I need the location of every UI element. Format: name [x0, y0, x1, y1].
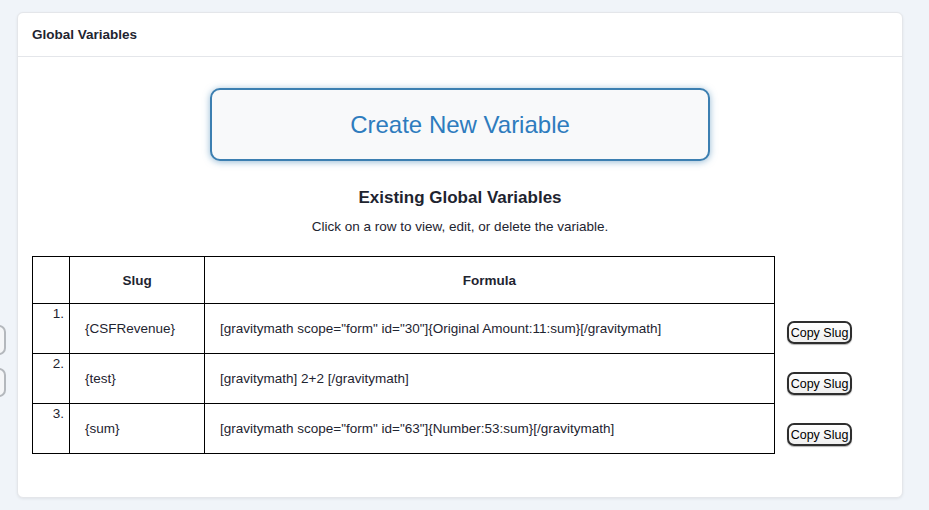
slug-cell: {sum} [70, 404, 205, 454]
offscreen-button-edge [0, 368, 6, 397]
copy-slug-button[interactable]: Copy Slug [787, 423, 852, 446]
column-header-slug: Slug [70, 257, 205, 304]
column-header-number [33, 257, 70, 304]
table-hint-text: Click on a row to view, edit, or delete … [18, 219, 902, 234]
row-number-cell: 1. [33, 304, 70, 354]
table-header-row: Slug Formula [33, 257, 775, 304]
formula-cell: [gravitymath] 2+2 [/gravitymath] [205, 354, 775, 404]
formula-cell: [gravitymath scope="form" id="63"]{Numbe… [205, 404, 775, 454]
global-variables-panel: Global Variables Create New Variable Exi… [17, 12, 903, 498]
copy-slug-button[interactable]: Copy Slug [787, 372, 852, 395]
row-number-cell: 3. [33, 404, 70, 454]
panel-title: Global Variables [32, 27, 137, 42]
variables-table: Slug Formula 1. {CSFRevenue} [gravitymat… [32, 256, 775, 454]
row-number-cell: 2. [33, 354, 70, 404]
create-new-variable-button[interactable]: Create New Variable [210, 88, 710, 161]
table-row[interactable]: 1. {CSFRevenue} [gravitymath scope="form… [33, 304, 775, 354]
column-header-formula: Formula [205, 257, 775, 304]
offscreen-button-edge [0, 325, 6, 355]
variables-table-wrapper: Slug Formula 1. {CSFRevenue} [gravitymat… [32, 256, 902, 454]
slug-cell: {test} [70, 354, 205, 404]
formula-cell: [gravitymath scope="form" id="30"]{Origi… [205, 304, 775, 354]
panel-header: Global Variables [18, 13, 902, 57]
panel-body: Create New Variable Existing Global Vari… [18, 88, 902, 454]
slug-cell: {CSFRevenue} [70, 304, 205, 354]
copy-slug-button[interactable]: Copy Slug [787, 321, 852, 344]
table-row[interactable]: 3. {sum} [gravitymath scope="form" id="6… [33, 404, 775, 454]
existing-variables-heading: Existing Global Variables [18, 188, 902, 208]
table-row[interactable]: 2. {test} [gravitymath] 2+2 [/gravitymat… [33, 354, 775, 404]
